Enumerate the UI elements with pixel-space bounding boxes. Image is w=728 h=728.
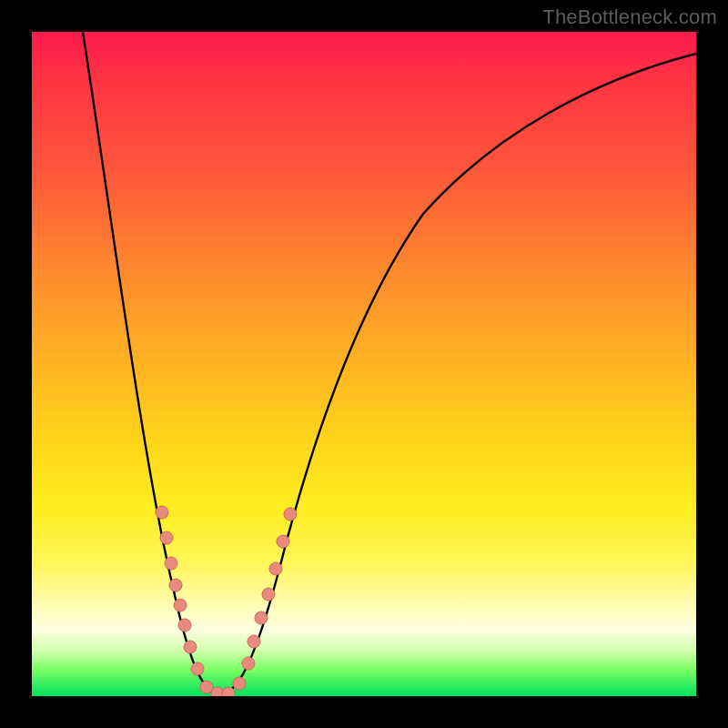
watermark-text: TheBottleneck.com [542, 5, 717, 29]
plot-area [32, 32, 696, 696]
chart-svg [32, 32, 696, 696]
highlight-dot [174, 599, 187, 612]
highlight-dot [156, 506, 168, 519]
highlight-dot [222, 687, 235, 696]
highlight-dot [169, 579, 182, 592]
highlight-dot [165, 557, 177, 570]
highlight-dot [277, 535, 289, 548]
highlight-dot [178, 619, 191, 632]
highlight-dot [184, 641, 197, 653]
highlight-dot [242, 657, 255, 670]
highlight-dot [233, 677, 246, 690]
chart-frame: TheBottleneck.com [0, 0, 728, 728]
highlight-dot [284, 508, 297, 521]
marker-layer [156, 506, 297, 696]
highlight-dot [255, 612, 268, 624]
highlight-dot [248, 635, 260, 648]
highlight-dot [262, 588, 275, 601]
bottleneck-curve [83, 32, 696, 694]
highlight-dot [269, 562, 282, 575]
highlight-dot [191, 662, 204, 675]
highlight-dot [160, 531, 173, 544]
